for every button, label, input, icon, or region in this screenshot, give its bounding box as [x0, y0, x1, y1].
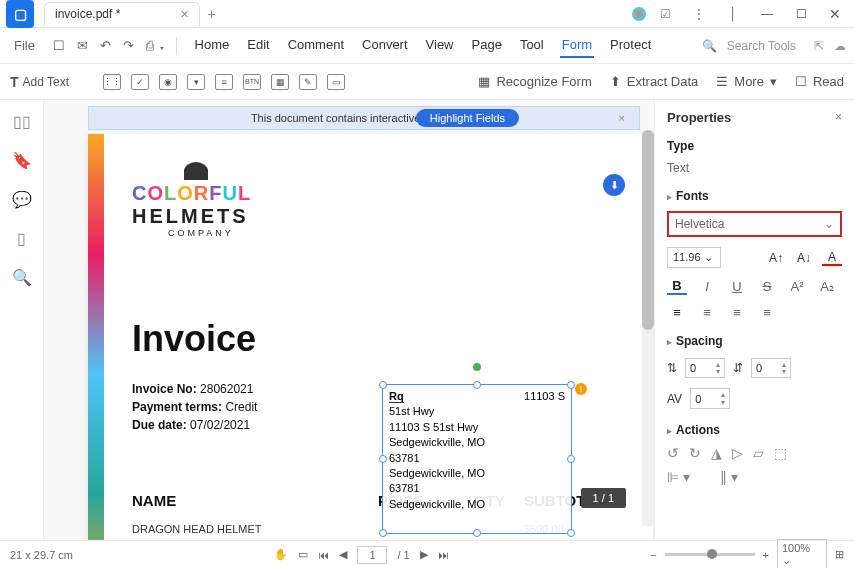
hand-tool-icon[interactable]: ✋	[274, 548, 288, 561]
search-panel-icon[interactable]: 🔍	[12, 268, 32, 287]
signature-tool[interactable]: ✎	[299, 74, 317, 90]
flip-v-icon[interactable]: ▷	[732, 445, 743, 461]
extract-data-button[interactable]: ⬆Extract Data	[610, 74, 699, 89]
resize-handle[interactable]	[379, 529, 387, 537]
replace-icon[interactable]: ⬚	[774, 445, 787, 461]
actions-section[interactable]: ▸Actions	[667, 423, 842, 437]
menu-home[interactable]: Home	[193, 33, 232, 58]
line-spacing-input[interactable]: 0▴▾	[685, 358, 725, 378]
cloud-icon[interactable]: ☁	[834, 39, 846, 53]
page-number-input[interactable]: 1	[357, 546, 387, 564]
thumbnails-icon[interactable]: ▯▯	[13, 112, 31, 131]
last-page-icon[interactable]: ⏭	[438, 549, 449, 561]
theme-icon[interactable]	[632, 7, 646, 21]
align-left-button[interactable]: ≡	[667, 305, 687, 320]
read-button[interactable]: ☐Read	[795, 74, 844, 89]
menu-tool[interactable]: Tool	[518, 33, 546, 58]
attachments-icon[interactable]: ▯	[17, 229, 26, 248]
search-tools-placeholder[interactable]: Search Tools	[727, 39, 796, 53]
save-icon[interactable]: ☐	[47, 34, 71, 57]
resize-handle[interactable]	[567, 455, 575, 463]
download-icon[interactable]: ⬇	[603, 174, 625, 196]
warning-icon[interactable]: !	[575, 383, 587, 395]
button-tool[interactable]: BTN	[243, 74, 261, 90]
vertical-scrollbar[interactable]	[642, 130, 654, 526]
font-size-select[interactable]: 11.96 ⌄	[667, 247, 721, 268]
image-tool[interactable]: ▦	[271, 74, 289, 90]
char-spacing-input[interactable]: 0▴▾	[690, 388, 730, 408]
next-page-icon[interactable]: ▶	[420, 548, 428, 561]
panel-close-icon[interactable]: ×	[835, 110, 842, 124]
more-button[interactable]: ☰More▾	[716, 74, 777, 89]
resize-handle[interactable]	[567, 529, 575, 537]
crop-icon[interactable]: ▱	[753, 445, 764, 461]
bold-button[interactable]: B	[667, 278, 687, 295]
menu-convert[interactable]: Convert	[360, 33, 410, 58]
align-right-button[interactable]: ≡	[727, 305, 747, 320]
menu-page[interactable]: Page	[470, 33, 504, 58]
resize-handle[interactable]	[473, 529, 481, 537]
underline-button[interactable]: U	[727, 279, 747, 294]
select-tool-icon[interactable]: ▭	[298, 548, 308, 561]
tab-close-icon[interactable]: ×	[180, 6, 188, 22]
search-tools-icon[interactable]: 🔍	[702, 39, 717, 53]
comments-icon[interactable]: 💬	[12, 190, 32, 209]
resize-handle[interactable]	[379, 381, 387, 389]
fonts-section[interactable]: ▸Fonts	[667, 189, 842, 203]
zoom-select[interactable]: 100% ⌄	[777, 539, 827, 568]
rotate-handle[interactable]	[473, 363, 481, 371]
undo-icon[interactable]: ↶	[94, 34, 117, 57]
document-tab[interactable]: invoice.pdf * ×	[44, 2, 200, 26]
rotate-right-icon[interactable]: ↻	[689, 445, 701, 461]
menu-form[interactable]: Form	[560, 33, 594, 58]
redo-icon[interactable]: ↷	[117, 34, 140, 57]
menu-comment[interactable]: Comment	[286, 33, 346, 58]
text-field-tool[interactable]: ⋮⋮	[103, 74, 121, 90]
date-tool[interactable]: ▭	[327, 74, 345, 90]
zoom-out-icon[interactable]: −	[650, 549, 656, 561]
spacing-section[interactable]: ▸Spacing	[667, 334, 842, 348]
resize-handle[interactable]	[567, 381, 575, 389]
subscript-button[interactable]: A₂	[817, 279, 837, 294]
menu-protect[interactable]: Protect	[608, 33, 653, 58]
distribute-tool-icon[interactable]: ‖ ▾	[720, 469, 738, 485]
recognize-form-button[interactable]: ▦Recognize Form	[478, 74, 591, 89]
italic-button[interactable]: I	[697, 279, 717, 294]
file-menu[interactable]: File	[8, 34, 41, 57]
align-tool-icon[interactable]: ⊫ ▾	[667, 469, 690, 485]
decrease-font-icon[interactable]: A↓	[794, 251, 814, 265]
strikethrough-button[interactable]: S	[757, 279, 777, 294]
minimize-button[interactable]: ―	[752, 1, 782, 27]
editing-text[interactable]: Rq11103 S 51st Hwy 11103 S 51st Hwy Sedg…	[383, 385, 571, 533]
menu-edit[interactable]: Edit	[245, 33, 271, 58]
banner-close-icon[interactable]: ×	[619, 112, 625, 124]
add-text-button[interactable]: T Add Text	[10, 74, 69, 90]
font-color-icon[interactable]: A	[822, 250, 842, 266]
radio-tool[interactable]: ◉	[159, 74, 177, 90]
print-icon[interactable]: ⎙ ▾	[140, 34, 172, 57]
list-tool[interactable]: ≡	[215, 74, 233, 90]
kebab-menu-icon[interactable]: ⋮	[684, 1, 714, 27]
mail-icon[interactable]: ✉	[71, 34, 94, 57]
highlight-fields-button[interactable]: Highlight Fields	[416, 109, 519, 127]
font-family-select[interactable]: Helvetica	[667, 211, 842, 237]
checkbox-tool[interactable]: ✓	[131, 74, 149, 90]
align-justify-button[interactable]: ≡	[757, 305, 777, 320]
text-field-selection[interactable]: ! Rq11103 S 51st Hwy 11103 S 51st Hwy Se…	[382, 384, 572, 534]
maximize-button[interactable]: ☐	[786, 1, 816, 27]
checkbox-icon[interactable]: ☑	[650, 1, 680, 27]
dropdown-tool[interactable]: ▾	[187, 74, 205, 90]
rotate-left-icon[interactable]: ↺	[667, 445, 679, 461]
new-tab-button[interactable]: +	[208, 6, 216, 22]
superscript-button[interactable]: A²	[787, 279, 807, 294]
align-center-button[interactable]: ≡	[697, 305, 717, 320]
prev-page-icon[interactable]: ◀	[339, 548, 347, 561]
flip-h-icon[interactable]: ◮	[711, 445, 722, 461]
increase-font-icon[interactable]: A↑	[766, 251, 786, 265]
para-spacing-input[interactable]: 0▴▾	[751, 358, 791, 378]
bookmark-icon[interactable]: 🔖	[12, 151, 32, 170]
resize-handle[interactable]	[473, 381, 481, 389]
first-page-icon[interactable]: ⏮	[318, 549, 329, 561]
close-window-button[interactable]: ✕	[820, 1, 850, 27]
resize-handle[interactable]	[379, 455, 387, 463]
